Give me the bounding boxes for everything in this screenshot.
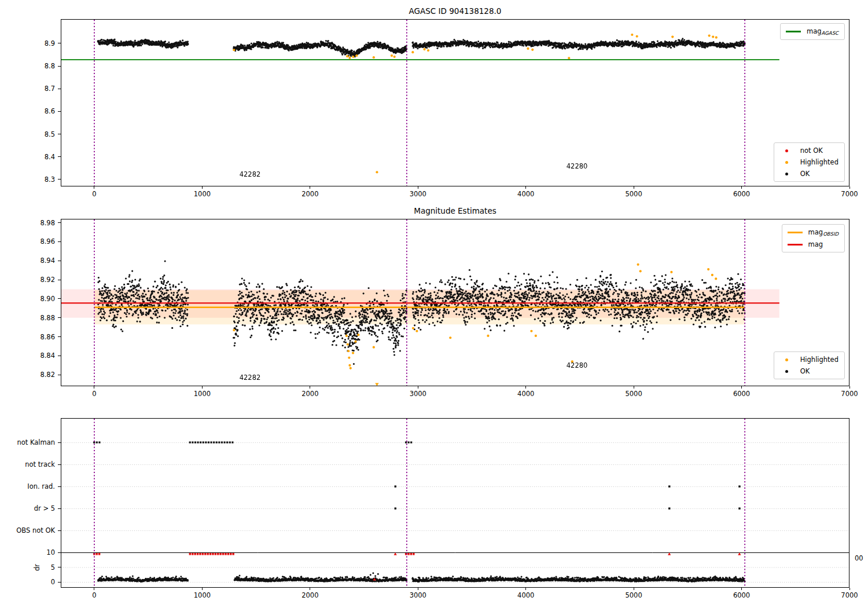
row-tickmark — [58, 464, 61, 465]
x-tickmark — [741, 588, 742, 590]
row-tickmark — [58, 530, 61, 531]
legend-line-sample — [785, 31, 801, 32]
x-tick-label: 3000 — [410, 390, 426, 398]
legend-box: magAGASC — [780, 23, 845, 40]
y-tickmark — [58, 375, 61, 375]
x-tick-label: 6000 — [733, 591, 750, 599]
dr-axis-label: dr — [33, 563, 41, 570]
x-tickmark — [418, 186, 418, 189]
x-tick-label: 5000 — [625, 190, 642, 198]
magnitude-estimates-plot — [61, 219, 849, 386]
row-tickmark — [58, 442, 61, 443]
legend-entry: magOBSID — [787, 228, 838, 237]
y-tick-label: 8.5 — [0, 130, 55, 138]
legend-label: magOBSID — [808, 228, 838, 237]
x-tick-label: 6000 — [733, 190, 750, 198]
y-tick-label: 8.92 — [0, 276, 55, 284]
x-tick-label: 1000 — [194, 190, 211, 198]
y-tick-label: 8.8 — [0, 62, 55, 70]
obsid-annotation: 42280 — [567, 162, 588, 170]
y-tick-label: 8.4 — [0, 153, 55, 161]
panel-agasc-mag — [61, 19, 849, 186]
y-tickmark — [58, 280, 61, 280]
x-tick-label: 0 — [92, 390, 96, 398]
obsid-annotation: 42280 — [567, 361, 588, 369]
legend-dot-sample — [779, 149, 795, 152]
row-tickmark — [58, 486, 61, 487]
legend-dot-sample — [779, 370, 795, 373]
legend-line-sample — [787, 232, 803, 233]
x-tickmark — [310, 386, 310, 389]
x-tickmark — [525, 386, 526, 389]
x-tickmark — [525, 588, 526, 590]
legend-label: not OK — [800, 146, 823, 155]
x-tickmark — [741, 386, 742, 389]
x-tick-label: 7000 — [841, 591, 858, 599]
y-tickmark — [58, 317, 61, 318]
row-label: not track — [0, 460, 55, 468]
agasc-mag-plot — [61, 19, 849, 186]
x-tickmark — [94, 186, 94, 189]
y-tickmark — [58, 111, 61, 112]
y-tickmark — [58, 156, 61, 157]
legend-entry: OK — [779, 170, 838, 178]
legend-dot-sample — [779, 358, 795, 361]
clipped-right-tick-label: 00 — [855, 554, 863, 562]
y-tick-label: 8.9 — [0, 39, 55, 47]
legend-entry: mag — [787, 240, 838, 248]
x-tickmark — [634, 588, 634, 590]
dr-tick-label: 10 — [0, 548, 55, 556]
x-tick-label: 5000 — [625, 390, 642, 398]
y-tickmark — [58, 336, 61, 337]
x-tick-label: 3000 — [410, 591, 426, 599]
x-tickmark — [849, 588, 850, 590]
x-tickmark — [849, 186, 850, 189]
legend-label: mag — [808, 240, 823, 248]
legend-marker — [786, 31, 801, 32]
legend-entry: Highlighted — [779, 356, 838, 364]
x-tickmark — [525, 186, 526, 189]
legend-label: magAGASC — [807, 27, 838, 36]
legend-label-subscript: AGASC — [822, 30, 838, 36]
row-label: Ion. rad. — [0, 482, 55, 490]
y-tickmark — [58, 134, 61, 134]
row-label: dr > 5 — [0, 504, 55, 512]
dr-tickmark — [58, 552, 61, 553]
x-tickmark — [202, 588, 203, 590]
x-tickmark — [418, 386, 418, 389]
row-label: OBS not OK — [0, 526, 55, 534]
legend-dot-sample — [779, 173, 795, 175]
x-tick-label: 7000 — [841, 390, 858, 398]
legend-marker — [788, 244, 803, 246]
y-tick-label: 8.3 — [0, 175, 55, 184]
y-tickmark — [58, 66, 61, 67]
panel-magnitude-estimates — [61, 219, 849, 386]
y-tickmark — [58, 356, 61, 356]
y-tick-label: 8.86 — [0, 333, 55, 341]
legend-box: not OKHighlightedOK — [774, 142, 845, 182]
x-tick-label: 0 — [92, 591, 96, 599]
x-tickmark — [741, 186, 742, 189]
legend-box: magOBSIDmag — [782, 224, 845, 252]
x-tickmark — [310, 186, 310, 189]
x-tick-label: 7000 — [841, 190, 858, 198]
x-tickmark — [202, 386, 203, 389]
y-tick-label: 8.82 — [0, 371, 55, 379]
y-tick-label: 8.84 — [0, 351, 55, 360]
legend-entry: not OK — [779, 146, 838, 155]
legend-entry: Highlighted — [779, 158, 838, 166]
legend-marker — [785, 370, 788, 373]
figure-canvas: AGASC ID 904138128.0 Magnitude Estimates… — [0, 0, 868, 608]
legend-marker — [788, 232, 803, 233]
y-tick-label: 8.7 — [0, 85, 55, 93]
x-tick-label: 2000 — [301, 190, 318, 198]
legend-label: Highlighted — [800, 158, 838, 166]
x-tick-label: 4000 — [517, 390, 534, 398]
x-tick-label: 2000 — [301, 591, 318, 599]
flags-timeline-plot — [61, 418, 849, 588]
x-tick-label: 4000 — [517, 190, 534, 198]
x-tickmark — [202, 186, 203, 189]
panel0-title: AGASC ID 904138128.0 — [61, 6, 849, 16]
y-tick-label: 8.6 — [0, 107, 55, 115]
x-tick-label: 5000 — [625, 591, 642, 599]
